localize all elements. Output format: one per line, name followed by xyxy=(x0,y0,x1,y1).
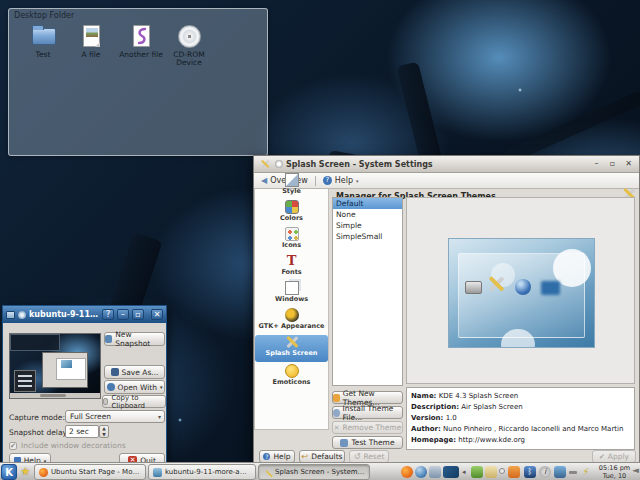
maximize-button[interactable]: ▫ xyxy=(606,159,619,170)
theme-item-none[interactable]: None xyxy=(333,209,402,220)
maximize-button[interactable]: ▫ xyxy=(132,309,144,320)
okular-file-icon xyxy=(133,25,150,47)
panel-cashew-icon[interactable]: ◄ xyxy=(632,465,639,475)
app-icon xyxy=(18,311,26,319)
chevron-down-icon: ▾ xyxy=(158,413,161,420)
close-button[interactable]: ✕ xyxy=(151,309,163,320)
taskbar-panel: K ★ Ubuntu Start Page - Mozilla Firefox … xyxy=(0,462,640,480)
capture-mode-select[interactable]: Full Screen ▾ xyxy=(65,410,165,423)
minimize-button[interactable]: – xyxy=(117,309,129,320)
ksnapshot-titlebar[interactable]: kubuntu-9-11-more-apps.png ? – ▫ ✕ xyxy=(3,306,166,323)
get-new-themes-button[interactable]: Get New Themes... xyxy=(332,391,403,404)
test-icon xyxy=(340,439,348,447)
sidebar-item-fonts[interactable]: T Fonts xyxy=(255,254,328,279)
settings-titlebar[interactable]: Splash Screen - System Settings – ▫ ✕ xyxy=(254,156,639,173)
tools-icon xyxy=(487,275,505,293)
expander-arrow-icon[interactable]: ◂ xyxy=(462,466,469,478)
sidebar-item-splash-screen[interactable]: Splash Screen xyxy=(255,335,328,362)
bluetooth-icon[interactable]: ᛒ xyxy=(524,466,536,478)
network-icon[interactable] xyxy=(471,466,483,478)
display-icon[interactable] xyxy=(443,466,459,478)
close-button[interactable]: ✕ xyxy=(622,159,635,170)
include-decorations-checkbox[interactable]: ✔ Include window decorations xyxy=(9,441,126,450)
install-theme-file-button[interactable]: Install Theme File... xyxy=(332,406,403,419)
firefox-icon xyxy=(39,468,48,477)
task-system-settings[interactable]: Splash Screen - System Settings xyxy=(258,464,370,480)
update-package-icon[interactable] xyxy=(508,466,520,478)
folder-view-widget[interactable]: Desktop Folder Test A file Another file … xyxy=(8,8,268,156)
clock-date: Tue, 10 Nov xyxy=(596,472,633,480)
sidebar-item-colors[interactable]: Colors xyxy=(255,200,328,225)
sidebar-item-windows[interactable]: Windows xyxy=(255,281,328,306)
sidebar-item-emoticons[interactable]: Emoticons xyxy=(255,364,328,389)
test-theme-button[interactable]: Test Theme xyxy=(332,436,403,449)
kde-logo-blurred-icon xyxy=(541,281,560,295)
chevron-down-icon: ▾ xyxy=(356,178,359,184)
clipboard-icon xyxy=(103,398,108,405)
ksnapshot-icon xyxy=(153,468,162,477)
style-icon xyxy=(285,173,299,187)
firefox-tray-icon[interactable] xyxy=(401,466,413,478)
info-icon[interactable]: i xyxy=(539,466,551,478)
notes-folder-icon[interactable] xyxy=(485,466,497,478)
clock-time: 05:16 pm xyxy=(596,464,633,472)
theme-version: 1.0 xyxy=(446,414,457,422)
remove-theme-button[interactable]: ✕ Remove Theme xyxy=(332,421,403,434)
reset-icon: ↺ xyxy=(354,452,361,461)
harddrive-icon xyxy=(465,281,482,294)
save-as-button[interactable]: Save As... xyxy=(104,365,165,379)
whats-this-button[interactable]: ? xyxy=(102,309,114,320)
gtk-icon xyxy=(285,308,299,322)
favorites-star-icon[interactable]: ★ xyxy=(18,464,33,480)
new-snapshot-button[interactable]: New Snapshot xyxy=(104,332,165,346)
snapshot-preview-thumbnail[interactable] xyxy=(9,333,101,399)
settings-window-title: Splash Screen - System Settings xyxy=(286,160,433,169)
folder-view-title: Desktop Folder xyxy=(14,11,74,20)
theme-item-default[interactable]: Default xyxy=(333,198,402,209)
spinner-arrows[interactable]: ▲▼ xyxy=(99,425,109,438)
tree-branch xyxy=(423,0,640,15)
task-ksnapshot[interactable]: kubuntu-9-11-more-apps.png [mod xyxy=(148,464,256,480)
save-icon xyxy=(111,368,119,376)
theme-preview-panel xyxy=(406,197,635,384)
globe-icon xyxy=(515,279,531,295)
theme-item-simple[interactable]: Simple xyxy=(333,220,402,231)
kmenu-launcher-button[interactable]: K xyxy=(1,464,17,480)
copy-to-clipboard-button[interactable]: Copy to Clipboard xyxy=(102,395,166,408)
device-drive-icon[interactable] xyxy=(429,466,441,478)
minimize-button[interactable]: – xyxy=(590,159,603,170)
pin-dot-icon[interactable] xyxy=(499,468,505,474)
capture-mode-label: Capture mode: xyxy=(9,413,65,422)
hot-new-stuff-icon xyxy=(333,394,340,402)
mini-settings-window xyxy=(42,352,88,388)
colors-icon xyxy=(285,200,299,214)
thumbnail-scrollbar[interactable] xyxy=(10,393,100,398)
emoticons-icon xyxy=(285,364,299,378)
sidebar-item-gtk-appearance[interactable]: GTK+ Appearance xyxy=(255,308,328,333)
theme-list: Default None Simple SimpleSmall xyxy=(332,197,403,386)
undo-icon: ↩ xyxy=(301,452,308,461)
konqueror-globe-icon[interactable] xyxy=(415,466,427,478)
desktop-icon-a-file[interactable]: A file xyxy=(63,23,119,59)
theme-item-simplesmall[interactable]: SimpleSmall xyxy=(333,231,402,242)
clock[interactable]: 05:16 pm Tue, 10 Nov xyxy=(596,464,633,480)
monitor-icon[interactable] xyxy=(554,466,566,478)
theme-name: KDE 4.3 Splash Screen xyxy=(439,392,518,400)
snapshot-delay-spinbox[interactable]: 2 sec ▲▼ xyxy=(65,425,99,438)
volume-minus-icon[interactable] xyxy=(569,471,577,474)
system-settings-window: Splash Screen - System Settings – ▫ ✕ ◀ … xyxy=(253,155,640,465)
install-icon xyxy=(333,409,340,417)
task-firefox[interactable]: Ubuntu Start Page - Mozilla Firefox xyxy=(34,464,146,480)
sidebar-item-style[interactable]: Style xyxy=(255,173,328,198)
power-plug-icon[interactable]: ⚡ xyxy=(580,466,592,478)
open-with-button[interactable]: Open With ▾ xyxy=(104,380,165,394)
sidebar-item-icons[interactable]: Icons xyxy=(255,227,328,252)
cdrom-icon xyxy=(178,25,201,48)
icons-icon xyxy=(285,227,299,241)
desktop-icon-cdrom[interactable]: CD-ROM Device xyxy=(161,23,217,67)
help-icon: ? xyxy=(263,453,270,460)
camera-icon xyxy=(105,335,112,343)
menu-icon[interactable] xyxy=(6,311,15,319)
theme-author: Nuno Pinheiro , Riccardo Iaconelli and M… xyxy=(443,425,623,433)
tree-branch xyxy=(504,90,640,164)
